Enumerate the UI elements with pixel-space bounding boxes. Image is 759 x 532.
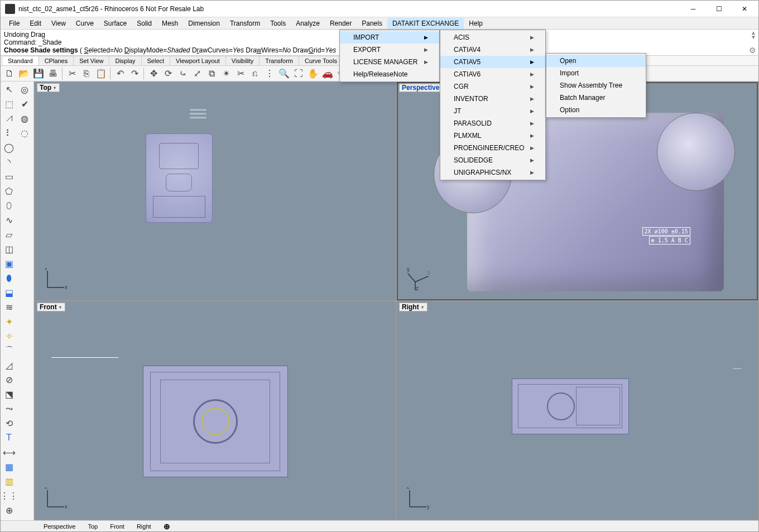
menuitem-acis[interactable]: ACIS▶ [440, 31, 545, 44]
viewport-top-label[interactable]: Top▾ [37, 83, 60, 92]
menuitem-parasolid[interactable]: PARASOLID▶ [440, 117, 545, 130]
grid-icon[interactable]: ⋮⋮ [2, 489, 16, 502]
paste-icon[interactable]: 📋 [94, 67, 108, 80]
chamfer-icon[interactable]: ◿ [2, 358, 16, 372]
view-tab-front[interactable]: Front [105, 522, 129, 531]
surface-icon[interactable]: ▱ [2, 228, 16, 241]
arc-icon[interactable]: ◝ [2, 155, 16, 169]
menuitem-help-releasenote[interactable]: Help/ReleaseNote [340, 68, 439, 80]
misc2-icon[interactable]: ◌ [17, 126, 32, 140]
menu-transform[interactable]: Transform [225, 18, 265, 29]
menuitem-show-assembly-tree[interactable]: Show Assembly Tree [546, 79, 646, 92]
points-on-icon[interactable]: ⋮ [263, 67, 276, 80]
text-icon[interactable]: T [2, 431, 16, 444]
redo-icon[interactable]: ↷ [128, 67, 141, 80]
curve-icon[interactable]: ∿ [2, 213, 16, 227]
zoom-icon[interactable]: 🔍 [277, 67, 291, 80]
mesh-icon[interactable]: ✦ [2, 315, 16, 328]
menuitem-import[interactable]: IMPORT▶ [340, 31, 439, 44]
plane-icon[interactable]: ◫ [2, 242, 16, 256]
print-icon[interactable]: 🖶 [46, 67, 60, 80]
pan-icon[interactable]: ✋ [306, 67, 320, 80]
viewport-right[interactable]: Right▾ ┄┄┄ zy [397, 301, 758, 520]
render-red-icon[interactable]: 🚗 [321, 67, 334, 80]
menu-datakit-exchange[interactable]: DATAKIT EXCHANGE [387, 18, 464, 29]
add-view-tab[interactable]: ⊕ [158, 522, 175, 531]
tab-curve-tools[interactable]: Curve Tools [299, 56, 343, 65]
misc1-icon[interactable]: ◍ [17, 112, 32, 125]
split-icon[interactable]: ⎌ [248, 67, 262, 80]
revolve-icon[interactable]: ⟲ [2, 416, 16, 430]
menu-render[interactable]: Render [325, 18, 357, 29]
menuitem-batch-manager[interactable]: Batch Manager [546, 92, 646, 104]
command-scroll-icon[interactable]: ▲▼ [751, 31, 756, 40]
viewport-top[interactable]: Top▾ ═════════════════════ yx [35, 82, 396, 300]
menuitem-catiav6[interactable]: CATIAV6▶ [440, 68, 545, 80]
close-button[interactable]: ✕ [732, 1, 757, 17]
join-icon[interactable]: ⧉ [205, 67, 218, 80]
menu-surface[interactable]: Surface [99, 18, 132, 29]
pointer-icon[interactable]: ↖ [2, 83, 16, 96]
view-tab-right[interactable]: Right [132, 522, 156, 531]
move-icon[interactable]: ✥ [147, 67, 160, 80]
dim-icon[interactable]: ⟷ [2, 445, 16, 459]
points-icon[interactable]: ⠇ [2, 126, 16, 140]
rotate3d-icon[interactable]: ⤿ [176, 67, 189, 80]
menu-file[interactable]: File [4, 18, 25, 29]
viewport-front[interactable]: Front▾ zx [35, 301, 396, 520]
tab-standard[interactable]: Standard [2, 56, 39, 65]
polyline-icon[interactable]: ⩘ [2, 112, 16, 125]
tab-set-view[interactable]: Set View [73, 56, 109, 65]
menuitem-jt[interactable]: JT▶ [440, 105, 545, 117]
menu-solid[interactable]: Solid [132, 18, 157, 29]
array-icon[interactable]: ▦ [2, 460, 16, 473]
trim-icon[interactable]: ✂ [234, 67, 247, 80]
menuitem-export[interactable]: EXPORT▶ [340, 44, 439, 56]
view-tab-top[interactable]: Top [83, 522, 103, 531]
menuitem-unigraphics-nx[interactable]: UNIGRAPHICS/NX▶ [440, 166, 545, 179]
open-icon[interactable]: 📂 [17, 67, 31, 80]
zoom-extents-icon[interactable]: ⛶ [292, 67, 305, 80]
explode-icon[interactable]: ✴ [219, 67, 233, 80]
check-icon[interactable]: ✔ [17, 97, 32, 111]
menuitem-license-manager[interactable]: LICENSE MANAGER▶ [340, 56, 439, 68]
undo-icon[interactable]: ↶ [113, 67, 127, 80]
fillet-icon[interactable]: ⌒ [2, 344, 16, 357]
menuitem-catiav5[interactable]: CATIAV5▶ [440, 56, 545, 68]
circle-icon[interactable]: ◯ [2, 141, 16, 154]
maximize-button[interactable]: ☐ [706, 1, 732, 17]
trim-surf-icon[interactable]: ⬔ [2, 387, 16, 401]
menuitem-catiav4[interactable]: CATIAV4▶ [440, 44, 545, 56]
command-options-icon[interactable]: ⚙ [749, 46, 756, 54]
view-tab-perspective[interactable]: Perspective [39, 522, 80, 531]
tab-viewport-layout[interactable]: Viewport Layout [170, 56, 226, 65]
viewport-right-label[interactable]: Right▾ [399, 303, 427, 311]
extrude-icon[interactable]: ⬓ [2, 286, 16, 299]
loft-icon[interactable]: ≋ [2, 300, 16, 314]
tab-select[interactable]: Select [141, 56, 171, 65]
cut-icon[interactable]: ✂ [65, 67, 79, 80]
menu-help[interactable]: Help [464, 18, 488, 29]
gumball-icon[interactable]: ⊕ [2, 504, 16, 517]
menuitem-proengineer-creo[interactable]: PROENGINEER/CREO▶ [440, 142, 545, 154]
menuitem-inventor[interactable]: INVENTOR▶ [440, 93, 545, 105]
menuitem-plmxml[interactable]: PLMXML▶ [440, 130, 545, 142]
scale-icon[interactable]: ⤢ [190, 67, 204, 80]
menu-edit[interactable]: Edit [25, 18, 46, 29]
minimize-button[interactable]: ─ [680, 1, 706, 17]
snap-icon[interactable]: ◎ [17, 83, 32, 96]
menu-analyze[interactable]: Analyze [291, 18, 325, 29]
polygon-icon[interactable]: ⬠ [2, 184, 16, 198]
mesh2-icon[interactable]: ✧ [2, 329, 16, 343]
menu-curve[interactable]: Curve [71, 18, 99, 29]
tab-cplanes[interactable]: CPlanes [39, 56, 74, 65]
ellipse-icon[interactable]: ⬯ [2, 199, 16, 212]
new-icon[interactable]: 🗋 [3, 67, 16, 80]
menu-tools[interactable]: Tools [265, 18, 291, 29]
menuitem-solidedge[interactable]: SOLIDEDGE▶ [440, 154, 545, 166]
array2-icon[interactable]: ▥ [2, 475, 16, 488]
tab-transform[interactable]: Transform [259, 56, 299, 65]
viewport-front-label[interactable]: Front▾ [37, 303, 65, 311]
menu-dimension[interactable]: Dimension [183, 18, 225, 29]
menuitem-cgr[interactable]: CGR▶ [440, 80, 545, 93]
